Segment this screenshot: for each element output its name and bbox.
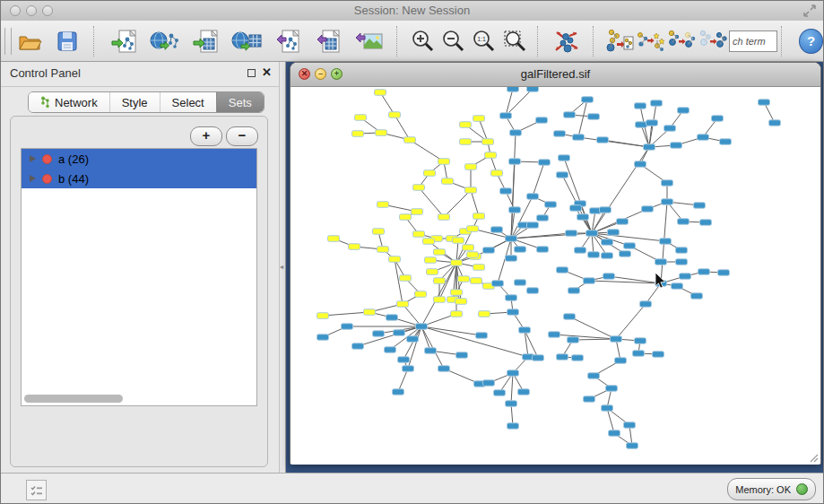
- graph-node[interactable]: [483, 248, 495, 254]
- graph-node[interactable]: [515, 280, 526, 286]
- graph-node[interactable]: [662, 199, 673, 205]
- graph-node[interactable]: [427, 269, 438, 275]
- graph-node[interactable]: [352, 343, 364, 350]
- tab-select[interactable]: Select: [160, 92, 216, 112]
- graph-node[interactable]: [676, 248, 688, 254]
- graph-node[interactable]: [635, 103, 646, 109]
- remove-set-button[interactable]: −: [226, 126, 258, 146]
- graph-node[interactable]: [507, 87, 519, 91]
- graph-node[interactable]: [568, 337, 579, 343]
- graph-node[interactable]: [479, 311, 490, 317]
- graph-node[interactable]: [460, 139, 472, 145]
- graph-node[interactable]: [442, 178, 454, 185]
- graph-node[interactable]: [603, 274, 615, 280]
- tab-network[interactable]: Network: [29, 92, 109, 112]
- graph-node[interactable]: [467, 226, 479, 232]
- export-image-button[interactable]: [349, 23, 389, 59]
- graph-node[interactable]: [566, 230, 577, 237]
- graph-node[interactable]: [624, 243, 636, 249]
- graph-node[interactable]: [400, 275, 412, 282]
- graph-node[interactable]: [588, 373, 600, 379]
- float-panel-icon[interactable]: [247, 69, 256, 77]
- graph-node[interactable]: [533, 355, 544, 361]
- graph-node[interactable]: [375, 90, 386, 96]
- tab-style[interactable]: Style: [109, 92, 160, 112]
- set-row-a[interactable]: a (26): [22, 149, 256, 169]
- graph-node[interactable]: [680, 274, 691, 280]
- graph-node[interactable]: [376, 130, 387, 136]
- graph-node[interactable]: [609, 430, 620, 437]
- graph-node[interactable]: [527, 222, 539, 229]
- graph-node[interactable]: [572, 355, 584, 361]
- graph-node[interactable]: [465, 164, 477, 170]
- graph-node[interactable]: [759, 100, 770, 106]
- graph-node[interactable]: [317, 313, 329, 319]
- graph-node[interactable]: [467, 252, 479, 258]
- set-row-b[interactable]: b (44): [22, 169, 256, 188]
- graph-node[interactable]: [515, 247, 526, 253]
- graph-node[interactable]: [413, 185, 425, 191]
- graph-node[interactable]: [620, 251, 631, 257]
- graph-node[interactable]: [364, 309, 376, 316]
- graph-node[interactable]: [570, 205, 582, 212]
- graph-node[interactable]: [416, 324, 428, 330]
- fullscreen-icon[interactable]: [803, 4, 816, 17]
- graph-node[interactable]: [506, 401, 517, 407]
- graph-node[interactable]: [671, 143, 682, 149]
- graph-node[interactable]: [438, 214, 450, 221]
- graph-node[interactable]: [678, 108, 690, 114]
- graph-node[interactable]: [568, 288, 580, 294]
- graph-node[interactable]: [451, 260, 463, 266]
- graph-node[interactable]: [615, 358, 627, 364]
- graph-node[interactable]: [476, 333, 488, 339]
- graph-node[interactable]: [373, 331, 385, 337]
- graph-node[interactable]: [640, 301, 652, 308]
- graph-node[interactable]: [627, 443, 638, 449]
- graph-node[interactable]: [460, 122, 472, 128]
- graph-node[interactable]: [664, 126, 676, 132]
- graph-node[interactable]: [494, 390, 506, 396]
- graph-node[interactable]: [602, 405, 613, 412]
- graph-node[interactable]: [507, 423, 519, 430]
- export-network-button[interactable]: [267, 23, 308, 59]
- graph-node[interactable]: [633, 351, 645, 357]
- graph-node[interactable]: [373, 229, 385, 235]
- graph-node[interactable]: [389, 256, 401, 263]
- graph-node[interactable]: [644, 144, 655, 151]
- graph-node[interactable]: [557, 172, 568, 178]
- graph-node[interactable]: [507, 370, 519, 377]
- graph-node[interactable]: [539, 160, 551, 166]
- network-view-window[interactable]: ✕ – + galFiltered.sif: [290, 62, 821, 465]
- graph-node[interactable]: [646, 120, 658, 126]
- graph-node[interactable]: [527, 288, 539, 294]
- graph-node[interactable]: [518, 389, 530, 395]
- graph-node[interactable]: [573, 135, 585, 141]
- graph-node[interactable]: [424, 170, 436, 177]
- graph-node[interactable]: [394, 330, 405, 336]
- tab-sets[interactable]: Sets: [216, 92, 264, 112]
- graph-node[interactable]: [506, 295, 517, 301]
- graph-node[interactable]: [355, 115, 367, 121]
- import-network-url-button[interactable]: [145, 23, 186, 59]
- graph-node[interactable]: [545, 202, 557, 208]
- graph-node[interactable]: [549, 332, 560, 338]
- network-canvas[interactable]: [291, 87, 820, 465]
- graph-node[interactable]: [342, 324, 353, 330]
- graph-node[interactable]: [509, 159, 521, 165]
- graph-node[interactable]: [586, 230, 598, 237]
- graph-node[interactable]: [506, 256, 517, 262]
- graph-node[interactable]: [600, 207, 611, 213]
- graph-node[interactable]: [412, 209, 423, 215]
- help-button[interactable]: ?: [799, 29, 823, 54]
- graph-node[interactable]: [377, 202, 389, 208]
- graph-node[interactable]: [349, 244, 360, 250]
- resize-grip[interactable]: [806, 450, 819, 463]
- graph-node[interactable]: [377, 247, 389, 253]
- graph-node[interactable]: [672, 283, 683, 290]
- graph-node[interactable]: [635, 338, 646, 344]
- graph-node[interactable]: [617, 219, 629, 225]
- graph-node[interactable]: [491, 227, 503, 233]
- graph-node[interactable]: [509, 207, 521, 213]
- expand-arrow-icon[interactable]: [30, 155, 36, 162]
- first-neighbors-button[interactable]: [635, 23, 666, 59]
